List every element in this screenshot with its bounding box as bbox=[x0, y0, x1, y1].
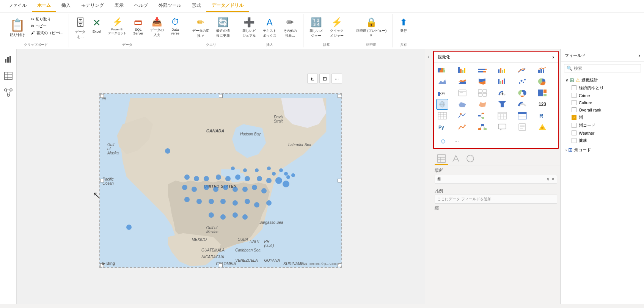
other-visual-button[interactable]: ✏ その他の視覚... bbox=[281, 16, 299, 40]
build-tab-fields[interactable] bbox=[435, 153, 448, 165]
viz-table2[interactable] bbox=[516, 110, 528, 121]
handle-tc[interactable] bbox=[219, 94, 223, 98]
viz-expand-button[interactable]: › bbox=[552, 54, 554, 60]
quick-measure-button[interactable]: ⚡ クイックメジャー bbox=[328, 16, 346, 40]
viz-diamond[interactable]: ◇ bbox=[437, 135, 449, 146]
tab-file[interactable]: ファイル bbox=[3, 0, 32, 12]
tab-external[interactable]: 外部ツール bbox=[153, 0, 187, 12]
legend-input[interactable]: ここにデータ フィールドを追加... bbox=[435, 195, 557, 204]
checkbox-weather[interactable] bbox=[572, 130, 576, 135]
viz-error-bar[interactable] bbox=[456, 110, 468, 121]
copy-button[interactable]: ⧉ コピー bbox=[30, 23, 65, 29]
viz-filled-map[interactable] bbox=[456, 99, 468, 110]
viz-waterfall[interactable] bbox=[496, 76, 508, 87]
cut-button[interactable]: ✂ 切り取り bbox=[30, 16, 65, 22]
field-shu-code[interactable]: 州コード bbox=[564, 121, 641, 129]
tab-help[interactable]: ヘルプ bbox=[129, 0, 153, 12]
shu-code-subgroup-header[interactable]: › ⊞ 州コード bbox=[564, 146, 641, 154]
viz-shape-map[interactable] bbox=[476, 99, 488, 110]
viz-kpi[interactable]: KPI bbox=[436, 88, 448, 98]
tab-data-drill[interactable]: データ／ドリル bbox=[206, 0, 249, 12]
tab-format[interactable]: 形式 bbox=[187, 0, 206, 12]
handle-ml[interactable] bbox=[100, 179, 104, 182]
search-input[interactable] bbox=[574, 66, 638, 71]
viz-line[interactable] bbox=[516, 65, 528, 75]
tab-home[interactable]: ホーム bbox=[32, 0, 56, 12]
field-economic[interactable]: 経済的ゆとり bbox=[564, 84, 641, 92]
viz-more-button[interactable]: ··· bbox=[451, 135, 463, 146]
viz-treemap[interactable] bbox=[536, 88, 548, 98]
handle-bc[interactable] bbox=[219, 263, 223, 267]
viz-card-new[interactable]: 123 bbox=[536, 99, 548, 110]
fields-expand-button[interactable]: › bbox=[638, 52, 640, 58]
more-button[interactable]: ··· bbox=[331, 74, 342, 83]
viz-combo[interactable] bbox=[536, 65, 548, 75]
checkbox-health[interactable] bbox=[572, 138, 576, 143]
viz-stacked-bar[interactable] bbox=[436, 65, 448, 75]
data-button[interactable]: 🗄 データを… bbox=[73, 16, 88, 41]
sensitivity-button[interactable]: 🔒 秘密度 (プレビュー)∨ bbox=[354, 16, 389, 39]
transform-button[interactable]: ✏ データの変換 ∨ bbox=[190, 16, 212, 40]
viz-python[interactable]: Py bbox=[436, 122, 448, 132]
filter-button[interactable]: ⊾ bbox=[307, 74, 318, 83]
checkbox-economic[interactable] bbox=[572, 85, 576, 90]
viz-clustered-column[interactable] bbox=[496, 65, 508, 75]
dataverse-button[interactable]: ⏱ Dataverse bbox=[168, 16, 182, 37]
handle-mr[interactable] bbox=[338, 179, 341, 182]
handle-tl[interactable] bbox=[100, 94, 104, 98]
location-dropdown-icon[interactable]: ∨ bbox=[547, 177, 550, 182]
viz-donut[interactable] bbox=[516, 88, 528, 98]
tab-modeling[interactable]: モデリング bbox=[76, 0, 109, 12]
checkbox-culture[interactable] bbox=[572, 100, 576, 105]
format-copy-button[interactable]: 🖌 書式のコピー/... bbox=[30, 30, 65, 36]
checkbox-shu-code[interactable] bbox=[572, 123, 576, 128]
viz-line-chart2[interactable] bbox=[456, 122, 468, 132]
viz-r[interactable]: R bbox=[536, 110, 548, 121]
checkbox-crime[interactable] bbox=[572, 93, 576, 98]
field-health[interactable]: 健康 bbox=[564, 137, 641, 145]
viz-gauge2[interactable] bbox=[516, 99, 528, 110]
viz-pie[interactable] bbox=[536, 76, 548, 87]
sidebar-model-button[interactable] bbox=[2, 86, 15, 99]
field-culture[interactable]: Culture bbox=[564, 99, 641, 106]
viz-scatter[interactable] bbox=[516, 76, 528, 87]
viz-network[interactable] bbox=[476, 122, 488, 132]
viz-clustered-bar[interactable] bbox=[456, 65, 468, 75]
focus-button[interactable]: ⊡ bbox=[319, 74, 330, 83]
retirement-group-header[interactable]: ∨ ⊞ ⚠ 退職統計 bbox=[564, 76, 641, 84]
sidebar-report-button[interactable] bbox=[2, 52, 15, 66]
excel-button[interactable]: ✕ Excel bbox=[90, 16, 104, 35]
refresh-button[interactable]: 🔄 最近の情報に更新 bbox=[214, 16, 232, 40]
viz-gauge[interactable] bbox=[496, 88, 508, 98]
viz-card[interactable] bbox=[456, 88, 468, 98]
viz-paginated[interactable] bbox=[516, 122, 528, 132]
paste-button[interactable]: 📋 貼り付け bbox=[7, 16, 28, 39]
checkbox-shu[interactable]: ✓ bbox=[572, 115, 576, 120]
build-tab-analytics[interactable] bbox=[463, 153, 477, 165]
location-clear-icon[interactable]: ✕ bbox=[551, 177, 554, 182]
tab-view[interactable]: 表示 bbox=[109, 0, 129, 12]
viz-map[interactable] bbox=[436, 99, 448, 110]
new-measure-button[interactable]: 🔢 新しいメジャー bbox=[307, 16, 325, 40]
sidebar-table-button[interactable] bbox=[2, 69, 15, 83]
viz-multi-card[interactable] bbox=[476, 88, 488, 98]
viz-chat[interactable] bbox=[496, 122, 508, 132]
tab-insert[interactable]: 挿入 bbox=[56, 0, 76, 12]
viz-matrix[interactable] bbox=[436, 110, 448, 121]
new-visual-button[interactable]: ➕ 新しいビジュアル bbox=[240, 16, 258, 40]
build-tab-format[interactable] bbox=[449, 153, 463, 165]
viz-funnel[interactable] bbox=[496, 99, 508, 110]
viz-table[interactable] bbox=[496, 110, 508, 121]
field-crime[interactable]: Crime bbox=[564, 92, 641, 99]
field-overall-rank[interactable]: Overall rank bbox=[564, 106, 641, 113]
sql-button[interactable]: 🗃 SQLServer bbox=[131, 16, 146, 37]
data-input-button[interactable]: 📥 データの入力 bbox=[148, 16, 166, 39]
collapse-button[interactable]: ‹ bbox=[425, 49, 432, 304]
field-weather[interactable]: Weather bbox=[564, 129, 641, 137]
field-shu[interactable]: ✓ 州 bbox=[564, 113, 641, 121]
text-box-button[interactable]: A テキストボックス bbox=[261, 16, 279, 40]
viz-azure-map[interactable] bbox=[536, 122, 548, 132]
location-input[interactable]: 州 ∨ ✕ bbox=[435, 175, 557, 184]
powerbi-button[interactable]: ⚡ Power BIデータセット bbox=[106, 16, 129, 37]
viz-stacked-area[interactable] bbox=[456, 76, 468, 87]
